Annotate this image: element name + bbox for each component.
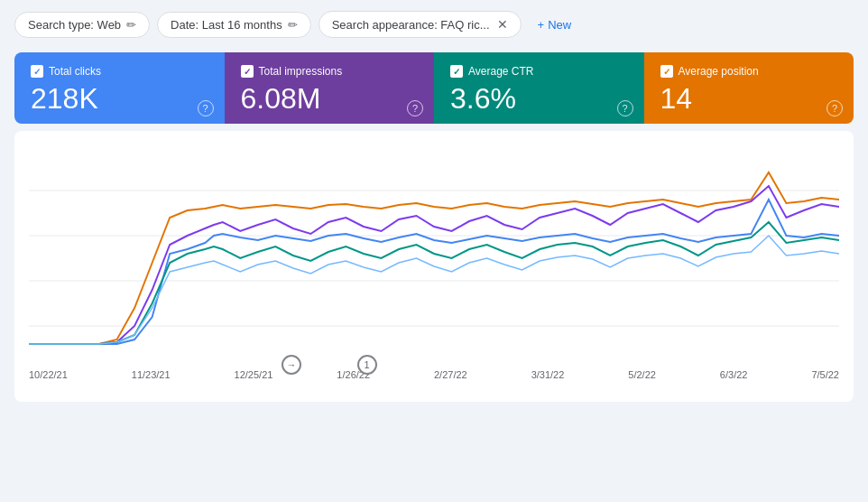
metric-label-total-clicks: Total clicks xyxy=(31,65,208,78)
metrics-row: Total clicks 218K ? Total impressions 6.… xyxy=(14,52,854,124)
metric-value-total-impressions: 6.08M xyxy=(241,83,419,115)
filter-bar: Search type: Web ✏ Date: Last 16 months … xyxy=(14,11,854,38)
annotation-arrow[interactable]: → xyxy=(282,355,301,375)
metric-label-average-position: Average position xyxy=(660,65,838,78)
filter-chip-search-appearance[interactable]: Search appearance: FAQ ric... ✕ xyxy=(319,11,522,38)
close-icon-search-appearance[interactable]: ✕ xyxy=(497,17,508,32)
help-icon-total-clicks[interactable]: ? xyxy=(198,100,214,116)
metric-card-average-ctr[interactable]: Average CTR 3.6% ? xyxy=(434,52,644,124)
filter-chip-search-type[interactable]: Search type: Web ✏ xyxy=(14,12,150,38)
help-icon-total-impressions[interactable]: ? xyxy=(407,100,423,116)
metric-checkbox-average-ctr xyxy=(450,65,463,78)
chart-svg xyxy=(29,145,839,362)
annotation-1-label: 1 xyxy=(365,359,370,370)
edit-icon-date-range: ✏ xyxy=(288,18,298,32)
x-axis-labels: 10/22/21 11/23/21 12/25/21 1/26/22 2/27/… xyxy=(29,366,839,380)
metric-value-total-clicks: 218K xyxy=(31,83,208,115)
filter-chip-date-range[interactable]: Date: Last 16 months ✏ xyxy=(157,12,311,38)
x-label-2: 12/25/21 xyxy=(235,369,273,380)
metric-label-total-impressions: Total impressions xyxy=(241,65,419,78)
metric-label-average-ctr: Average CTR xyxy=(450,65,628,78)
help-icon-average-position[interactable]: ? xyxy=(826,100,843,116)
new-filter-button[interactable]: + New xyxy=(529,13,581,37)
metric-card-total-clicks[interactable]: Total clicks 218K ? xyxy=(14,52,225,124)
new-button-label: New xyxy=(548,18,571,32)
filter-label-date-range: Date: Last 16 months xyxy=(171,18,282,32)
filter-label-search-type: Search type: Web xyxy=(28,18,121,32)
annotation-number-1[interactable]: 1 xyxy=(357,355,377,375)
metric-checkbox-average-position xyxy=(660,65,673,78)
x-label-8: 7/5/22 xyxy=(811,369,839,380)
metric-checkbox-total-impressions xyxy=(241,65,254,78)
x-label-1: 11/23/21 xyxy=(132,369,171,380)
chart-container: → 1 10/22/21 11/23/21 12/25/21 1/26/22 2… xyxy=(14,131,854,402)
edit-icon-search-type: ✏ xyxy=(126,18,136,32)
x-label-6: 5/2/22 xyxy=(628,369,656,380)
chart-line-clicks xyxy=(29,200,839,344)
chart-line-lightblue xyxy=(29,236,839,344)
x-label-4: 2/27/22 xyxy=(434,369,467,380)
help-icon-average-ctr[interactable]: ? xyxy=(617,100,633,116)
metric-value-average-position: 14 xyxy=(660,83,838,115)
metric-checkbox-total-clicks xyxy=(31,65,43,78)
metric-card-average-position[interactable]: Average position 14 ? xyxy=(644,52,854,124)
x-label-0: 10/22/21 xyxy=(29,369,68,380)
plus-icon: + xyxy=(538,18,545,32)
metric-card-total-impressions[interactable]: Total impressions 6.08M ? xyxy=(225,52,435,124)
annotation-arrow-icon: → xyxy=(286,359,296,370)
main-container: Search type: Web ✏ Date: Last 16 months … xyxy=(0,0,868,502)
filter-label-search-appearance: Search appearance: FAQ ric... xyxy=(332,18,490,32)
x-label-5: 3/31/22 xyxy=(531,369,565,380)
metric-value-average-ctr: 3.6% xyxy=(450,83,628,115)
x-label-7: 6/3/22 xyxy=(720,369,748,380)
